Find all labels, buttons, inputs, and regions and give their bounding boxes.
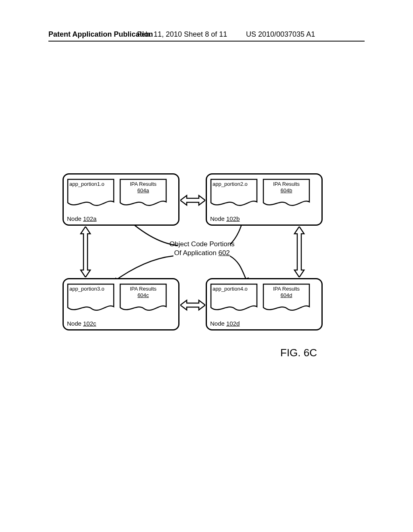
doc-app-portion1-text: app_portion1.o bbox=[69, 181, 112, 187]
doc-ipa-604c: IPA Results 604c bbox=[119, 283, 167, 315]
doc-ipa-604c-text: IPA Results 604c bbox=[122, 286, 165, 299]
doc-ipa-604b-text: IPA Results 604b bbox=[265, 181, 308, 194]
center-caption: Object Code Portions Of Application 602 bbox=[169, 240, 235, 258]
node-d-ref: 102d bbox=[226, 320, 240, 327]
node-d-prefix: Node bbox=[210, 320, 226, 327]
ipa-label-d: IPA Results bbox=[273, 286, 300, 292]
doc-app-portion3: app_portion3.o bbox=[67, 283, 115, 315]
node-b-prefix: Node bbox=[210, 215, 226, 222]
doc-app-portion2-text: app_portion2.o bbox=[213, 181, 255, 187]
page-header: Patent Application Publication Feb. 11, … bbox=[0, 30, 413, 46]
node-102c: app_portion3.o IPA Results 604c Node 102… bbox=[63, 278, 179, 330]
patent-page: Patent Application Publication Feb. 11, … bbox=[0, 0, 413, 532]
center-line1: Object Code Portions bbox=[169, 240, 235, 248]
doc-app-portion2: app_portion2.o bbox=[210, 179, 258, 210]
ipa-ref-a: 604a bbox=[138, 187, 149, 193]
doc-ipa-604a-text: IPA Results 604a bbox=[122, 181, 165, 194]
doc-app-portion1: app_portion1.o bbox=[67, 179, 115, 210]
ipa-label-c: IPA Results bbox=[130, 286, 156, 292]
ipa-label-b: IPA Results bbox=[273, 181, 300, 187]
figure-number: FIG. 6C bbox=[280, 347, 317, 359]
node-102d-label: Node 102d bbox=[210, 320, 240, 327]
center-line2-prefix: Of Application bbox=[174, 249, 219, 257]
header-right: US 2010/0037035 A1 bbox=[246, 30, 315, 39]
ipa-ref-c: 604c bbox=[138, 292, 149, 298]
ipa-label-a: IPA Results bbox=[130, 181, 156, 187]
header-mid: Feb. 11, 2010 Sheet 8 of 11 bbox=[137, 30, 227, 39]
doc-app-portion4: app_portion4.o bbox=[210, 283, 258, 315]
doc-ipa-604b: IPA Results 604b bbox=[263, 179, 310, 210]
node-a-prefix: Node bbox=[67, 215, 83, 222]
ipa-ref-d: 604d bbox=[281, 292, 292, 298]
header-rule bbox=[48, 41, 365, 42]
arrow-ac bbox=[79, 227, 92, 277]
doc-ipa-604d: IPA Results 604d bbox=[263, 283, 310, 315]
center-line2-ref: 602 bbox=[218, 249, 229, 257]
node-a-ref: 102a bbox=[83, 215, 96, 222]
node-102a: app_portion1.o IPA Results 604a Node 102… bbox=[63, 173, 179, 226]
node-b-ref: 102b bbox=[226, 215, 240, 222]
node-102d: app_portion4.o IPA Results 604d Node 102… bbox=[206, 278, 323, 330]
doc-app-portion3-text: app_portion3.o bbox=[69, 286, 112, 292]
figure-diagram: Object Code Portions Of Application 602 … bbox=[63, 173, 337, 343]
arrow-cd bbox=[180, 299, 205, 311]
doc-ipa-604a: IPA Results 604a bbox=[119, 179, 167, 210]
node-102b-label: Node 102b bbox=[210, 215, 240, 222]
node-c-ref: 102c bbox=[83, 320, 96, 327]
svg-marker-0 bbox=[180, 195, 205, 205]
node-102a-label: Node 102a bbox=[67, 215, 96, 222]
doc-app-portion4-text: app_portion4.o bbox=[213, 286, 255, 292]
svg-marker-2 bbox=[81, 227, 90, 277]
doc-ipa-604d-text: IPA Results 604d bbox=[265, 286, 308, 299]
svg-marker-1 bbox=[180, 300, 205, 310]
ipa-ref-b: 604b bbox=[281, 187, 292, 193]
node-102b: app_portion2.o IPA Results 604b Node 102… bbox=[206, 173, 323, 226]
arrow-bd bbox=[293, 227, 305, 277]
node-c-prefix: Node bbox=[67, 320, 83, 327]
arrow-ab bbox=[180, 194, 205, 206]
node-102c-label: Node 102c bbox=[67, 320, 96, 327]
svg-marker-3 bbox=[294, 227, 304, 277]
